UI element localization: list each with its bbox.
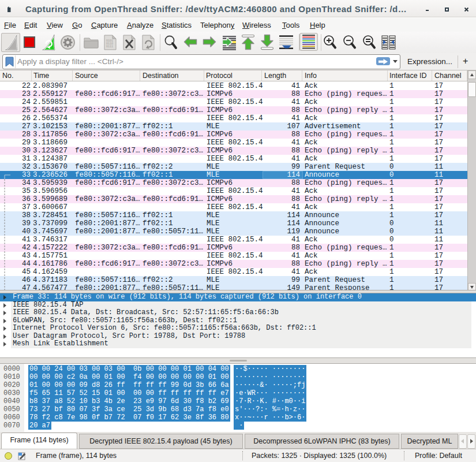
svg-text:0111: 0111 — [106, 45, 113, 49]
